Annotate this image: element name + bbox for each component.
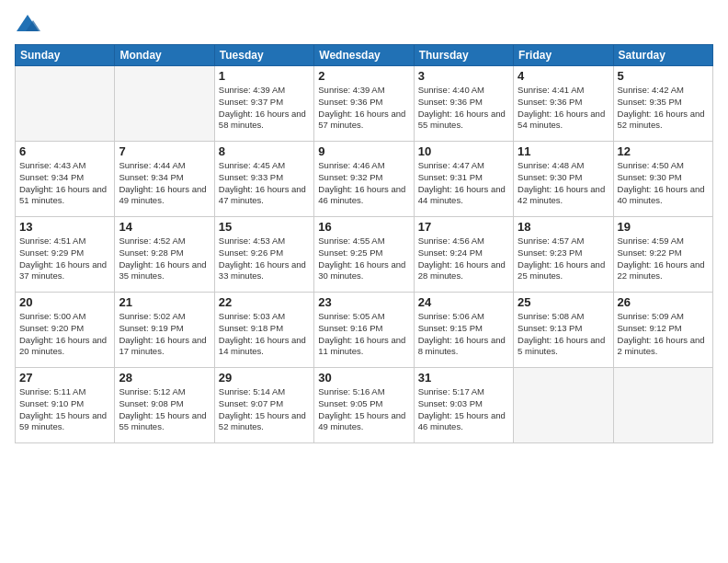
day-info: Sunrise: 4:43 AM Sunset: 9:34 PM Dayligh…: [19, 160, 110, 207]
calendar-cell: 26Sunrise: 5:09 AM Sunset: 9:12 PM Dayli…: [613, 293, 712, 368]
day-number: 21: [119, 295, 210, 309]
day-info: Sunrise: 4:52 AM Sunset: 9:28 PM Dayligh…: [119, 236, 210, 282]
calendar-cell: 18Sunrise: 4:57 AM Sunset: 9:23 PM Dayli…: [514, 217, 613, 293]
calendar-cell: 21Sunrise: 5:02 AM Sunset: 9:19 PM Dayli…: [115, 293, 214, 368]
days-header-row: SundayMondayTuesdayWednesdayThursdayFrid…: [16, 45, 713, 66]
header: [15, 11, 713, 37]
week-row-0: 1Sunrise: 4:39 AM Sunset: 9:37 PM Daylig…: [16, 66, 713, 142]
day-number: 30: [318, 371, 409, 385]
day-number: 13: [19, 220, 110, 234]
week-row-1: 6Sunrise: 4:43 AM Sunset: 9:34 PM Daylig…: [16, 142, 713, 217]
calendar-header: SundayMondayTuesdayWednesdayThursdayFrid…: [16, 45, 713, 66]
day-number: 9: [318, 144, 409, 158]
day-header-tuesday: Tuesday: [214, 45, 313, 66]
day-info: Sunrise: 4:53 AM Sunset: 9:26 PM Dayligh…: [219, 236, 310, 282]
day-info: Sunrise: 4:41 AM Sunset: 9:36 PM Dayligh…: [518, 85, 609, 132]
calendar-cell: 14Sunrise: 4:52 AM Sunset: 9:28 PM Dayli…: [115, 217, 214, 293]
day-number: 31: [418, 371, 509, 385]
calendar-cell: 31Sunrise: 5:17 AM Sunset: 9:03 PM Dayli…: [414, 368, 513, 443]
calendar-cell: 19Sunrise: 4:59 AM Sunset: 9:22 PM Dayli…: [613, 217, 712, 293]
day-info: Sunrise: 5:02 AM Sunset: 9:19 PM Dayligh…: [119, 311, 210, 358]
day-info: Sunrise: 4:44 AM Sunset: 9:34 PM Dayligh…: [119, 160, 210, 207]
day-number: 25: [518, 295, 609, 309]
calendar-cell: 27Sunrise: 5:11 AM Sunset: 9:10 PM Dayli…: [16, 368, 115, 443]
day-number: 23: [318, 295, 409, 309]
day-number: 15: [219, 220, 310, 234]
day-info: Sunrise: 4:39 AM Sunset: 9:37 PM Dayligh…: [219, 85, 310, 132]
day-number: 14: [119, 220, 210, 234]
week-row-2: 13Sunrise: 4:51 AM Sunset: 9:29 PM Dayli…: [16, 217, 713, 293]
day-info: Sunrise: 4:59 AM Sunset: 9:22 PM Dayligh…: [618, 236, 709, 282]
calendar-cell: 13Sunrise: 4:51 AM Sunset: 9:29 PM Dayli…: [16, 217, 115, 293]
day-number: 16: [318, 220, 409, 234]
calendar-cell: 17Sunrise: 4:56 AM Sunset: 9:24 PM Dayli…: [414, 217, 513, 293]
day-header-sunday: Sunday: [16, 45, 115, 66]
day-info: Sunrise: 4:50 AM Sunset: 9:30 PM Dayligh…: [618, 160, 709, 207]
day-info: Sunrise: 4:47 AM Sunset: 9:31 PM Dayligh…: [418, 160, 509, 207]
calendar-cell: 24Sunrise: 5:06 AM Sunset: 9:15 PM Dayli…: [414, 293, 513, 368]
day-info: Sunrise: 5:08 AM Sunset: 9:13 PM Dayligh…: [518, 311, 609, 358]
calendar-cell: 5Sunrise: 4:42 AM Sunset: 9:35 PM Daylig…: [613, 66, 712, 142]
calendar-cell: 28Sunrise: 5:12 AM Sunset: 9:08 PM Dayli…: [115, 368, 214, 443]
day-info: Sunrise: 5:03 AM Sunset: 9:18 PM Dayligh…: [219, 311, 310, 358]
day-info: Sunrise: 4:40 AM Sunset: 9:36 PM Dayligh…: [418, 85, 509, 132]
calendar-cell: 8Sunrise: 4:45 AM Sunset: 9:33 PM Daylig…: [214, 142, 313, 217]
calendar-cell: [16, 66, 115, 142]
day-info: Sunrise: 4:45 AM Sunset: 9:33 PM Dayligh…: [219, 160, 310, 207]
calendar-cell: 7Sunrise: 4:44 AM Sunset: 9:34 PM Daylig…: [115, 142, 214, 217]
day-number: 19: [618, 220, 709, 234]
day-info: Sunrise: 5:12 AM Sunset: 9:08 PM Dayligh…: [119, 386, 210, 433]
day-info: Sunrise: 5:14 AM Sunset: 9:07 PM Dayligh…: [219, 386, 310, 433]
day-number: 12: [618, 144, 709, 158]
calendar-cell: 4Sunrise: 4:41 AM Sunset: 9:36 PM Daylig…: [514, 66, 613, 142]
calendar-cell: 23Sunrise: 5:05 AM Sunset: 9:16 PM Dayli…: [314, 293, 414, 368]
day-header-wednesday: Wednesday: [314, 45, 414, 66]
logo: [15, 11, 44, 37]
day-number: 26: [618, 295, 709, 309]
day-number: 1: [219, 69, 310, 83]
day-number: 17: [418, 220, 509, 234]
day-info: Sunrise: 4:48 AM Sunset: 9:30 PM Dayligh…: [518, 160, 609, 207]
calendar-cell: 29Sunrise: 5:14 AM Sunset: 9:07 PM Dayli…: [214, 368, 313, 443]
calendar-cell: 16Sunrise: 4:55 AM Sunset: 9:25 PM Dayli…: [314, 217, 414, 293]
day-header-monday: Monday: [115, 45, 214, 66]
day-info: Sunrise: 5:05 AM Sunset: 9:16 PM Dayligh…: [318, 311, 409, 358]
day-info: Sunrise: 5:09 AM Sunset: 9:12 PM Dayligh…: [618, 311, 709, 358]
calendar-cell: 2Sunrise: 4:39 AM Sunset: 9:36 PM Daylig…: [314, 66, 414, 142]
calendar-cell: 30Sunrise: 5:16 AM Sunset: 9:05 PM Dayli…: [314, 368, 414, 443]
day-number: 5: [618, 69, 709, 83]
day-header-friday: Friday: [514, 45, 613, 66]
day-number: 8: [219, 144, 310, 158]
day-number: 10: [418, 144, 509, 158]
day-number: 18: [518, 220, 609, 234]
calendar-cell: 1Sunrise: 4:39 AM Sunset: 9:37 PM Daylig…: [214, 66, 313, 142]
calendar-cell: 6Sunrise: 4:43 AM Sunset: 9:34 PM Daylig…: [16, 142, 115, 217]
calendar-cell: 11Sunrise: 4:48 AM Sunset: 9:30 PM Dayli…: [514, 142, 613, 217]
day-number: 3: [418, 69, 509, 83]
day-info: Sunrise: 4:51 AM Sunset: 9:29 PM Dayligh…: [19, 236, 110, 282]
week-row-4: 27Sunrise: 5:11 AM Sunset: 9:10 PM Dayli…: [16, 368, 713, 443]
calendar-cell: [613, 368, 712, 443]
day-number: 7: [119, 144, 210, 158]
day-info: Sunrise: 5:00 AM Sunset: 9:20 PM Dayligh…: [19, 311, 110, 358]
day-header-thursday: Thursday: [414, 45, 513, 66]
page: SundayMondayTuesdayWednesdayThursdayFrid…: [0, 0, 728, 563]
day-info: Sunrise: 4:55 AM Sunset: 9:25 PM Dayligh…: [318, 236, 409, 282]
day-info: Sunrise: 5:17 AM Sunset: 9:03 PM Dayligh…: [418, 386, 509, 433]
day-number: 28: [119, 371, 210, 385]
calendar-cell: 12Sunrise: 4:50 AM Sunset: 9:30 PM Dayli…: [613, 142, 712, 217]
week-row-3: 20Sunrise: 5:00 AM Sunset: 9:20 PM Dayli…: [16, 293, 713, 368]
calendar-cell: [514, 368, 613, 443]
calendar-cell: 22Sunrise: 5:03 AM Sunset: 9:18 PM Dayli…: [214, 293, 313, 368]
day-number: 11: [518, 144, 609, 158]
day-number: 20: [19, 295, 110, 309]
calendar-cell: 15Sunrise: 4:53 AM Sunset: 9:26 PM Dayli…: [214, 217, 313, 293]
calendar-cell: [115, 66, 214, 142]
day-number: 4: [518, 69, 609, 83]
calendar: SundayMondayTuesdayWednesdayThursdayFrid…: [15, 44, 713, 443]
calendar-cell: 9Sunrise: 4:46 AM Sunset: 9:32 PM Daylig…: [314, 142, 414, 217]
day-header-saturday: Saturday: [613, 45, 712, 66]
calendar-body: 1Sunrise: 4:39 AM Sunset: 9:37 PM Daylig…: [16, 66, 713, 443]
logo-icon: [15, 11, 40, 37]
day-info: Sunrise: 5:11 AM Sunset: 9:10 PM Dayligh…: [19, 386, 110, 433]
